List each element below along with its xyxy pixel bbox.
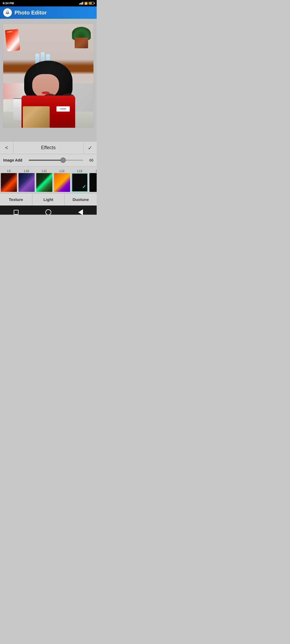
filter-label-l13: L13 xyxy=(77,169,82,173)
status-icons: 📶 xyxy=(79,2,94,5)
filter-label-l10: L10 xyxy=(24,169,29,173)
nav-bar xyxy=(0,206,97,215)
tab-light[interactable]: Light xyxy=(32,193,65,206)
app-title: Photo Editor xyxy=(15,10,47,16)
controls-area: < Effects ✓ Image Add 66 L9 L10 L11 L12 xyxy=(0,142,97,206)
person: ♥ BONIT xyxy=(19,61,78,128)
filter-label-l9: L9 xyxy=(7,169,10,173)
nav-back-icon xyxy=(78,209,83,215)
filter-label-l12: L12 xyxy=(60,169,64,173)
filter-scroll-row: L9 L10 L11 L12 L13 ✓ L1 xyxy=(0,166,97,193)
filter-thumb-l13: ✓ xyxy=(72,173,88,192)
back-button[interactable]: < xyxy=(0,142,13,154)
battery-icon xyxy=(89,2,94,5)
confirm-button[interactable]: ✓ xyxy=(83,142,97,154)
filter-item-l13[interactable]: L13 ✓ xyxy=(71,166,89,193)
main-content: CHIPS xyxy=(0,19,97,142)
plant-pot xyxy=(72,27,91,48)
filter-thumb-l12 xyxy=(54,173,70,192)
status-time: 9:34 PM xyxy=(3,2,14,5)
nav-square-button[interactable] xyxy=(11,207,21,215)
filter-label-l11: L11 xyxy=(42,169,47,173)
filter-thumb-l14 xyxy=(89,173,97,192)
slider-value: 66 xyxy=(86,158,93,162)
app-header: Photo Editor xyxy=(0,6,97,19)
filter-thumb-l11 xyxy=(36,173,52,192)
tab-texture[interactable]: Texture xyxy=(0,193,32,206)
filter-item-l12[interactable]: L12 xyxy=(53,166,71,193)
effects-label: Effects xyxy=(13,145,83,151)
filter-item-l11[interactable]: L11 xyxy=(35,166,53,193)
filter-label-l14: L1 xyxy=(96,169,97,173)
nav-home-button[interactable] xyxy=(43,207,54,215)
image-add-slider[interactable] xyxy=(29,160,83,161)
filter-item-l10[interactable]: L10 xyxy=(18,166,35,193)
filter-selected-check: ✓ xyxy=(82,184,86,190)
face xyxy=(32,74,59,98)
slider-thumb[interactable] xyxy=(60,158,66,163)
signal-icon xyxy=(79,2,83,5)
nav-home-icon xyxy=(45,209,51,215)
nav-square-icon xyxy=(14,210,19,215)
status-bar: 9:34 PM 📶 xyxy=(0,0,97,6)
filter-item-l14[interactable]: L1 xyxy=(89,166,97,193)
slider-row: Image Add 66 xyxy=(0,154,97,166)
filter-item-l9[interactable]: L9 xyxy=(0,166,18,193)
tab-duotune[interactable]: Duotune xyxy=(64,193,97,206)
filter-thumb-l10 xyxy=(19,173,35,192)
paper-bag xyxy=(23,106,50,128)
svg-point-2 xyxy=(7,11,8,13)
shirt-logo: ♥ BONIT xyxy=(56,106,70,112)
nav-back-button[interactable] xyxy=(75,207,86,215)
filter-thumb-l9 xyxy=(1,173,17,192)
wifi-icon: 📶 xyxy=(84,2,88,5)
slider-label: Image Add xyxy=(3,158,26,162)
category-tabs: Texture Light Duotune xyxy=(0,193,97,206)
pot-body xyxy=(75,38,88,48)
photo-container: CHIPS xyxy=(3,24,94,128)
slider-fill xyxy=(29,160,63,161)
effects-toolbar: < Effects ✓ xyxy=(0,142,97,154)
photo-scene: CHIPS xyxy=(3,24,93,128)
photo-spacer xyxy=(0,128,97,139)
app-icon xyxy=(3,8,12,17)
